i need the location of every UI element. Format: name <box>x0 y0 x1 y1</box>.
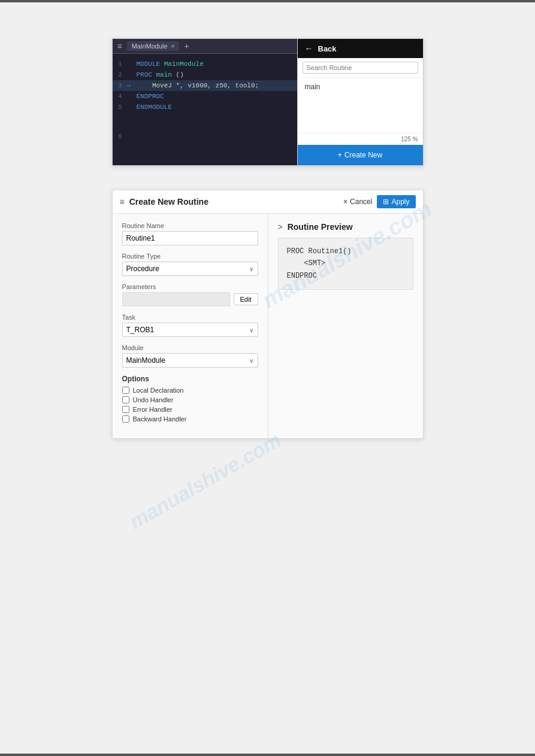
editor-tab-mainmodule[interactable]: MainModule × <box>127 41 180 51</box>
checkbox-local-decl[interactable]: Local Declaration <box>122 387 258 394</box>
task-select-wrapper: T_ROB1 <box>122 323 258 337</box>
routine-name-input[interactable] <box>122 231 258 245</box>
checkbox-backward-handler-label: Backward Handler <box>133 415 187 423</box>
routine-type-label: Routine Type <box>122 253 258 260</box>
preview-title: Routine Preview <box>288 222 353 232</box>
checkbox-undo-handler-label: Undo Handler <box>133 396 174 403</box>
routine-search-area <box>298 58 423 78</box>
code-line-5: 5 → ENDMODULE <box>113 102 297 113</box>
line-number-3: 3 <box>113 83 127 89</box>
apply-label: Apply <box>391 198 409 206</box>
routine-list: main <box>298 78 423 109</box>
code-text-1: MODULE MainModule <box>137 60 204 68</box>
cancel-label: Cancel <box>350 198 372 206</box>
routine-name-group: Routine Name <box>122 222 258 245</box>
module-group: Module MainModule <box>122 344 258 368</box>
watermark-2: manualshive.com <box>125 428 285 533</box>
checkbox-backward-handler[interactable]: Backward Handler <box>122 415 258 423</box>
checkbox-backward-handler-input[interactable] <box>122 415 129 423</box>
code-text-2: PROC main () <box>137 71 184 78</box>
apply-icon: ⊞ <box>383 198 389 206</box>
apply-button[interactable]: ⊞ Apply <box>377 195 415 208</box>
bottom-border <box>0 754 535 756</box>
checkbox-undo-handler[interactable]: Undo Handler <box>122 396 258 403</box>
bottom-panel: ≡ Create New Routine × Cancel ⊞ Apply Ro… <box>112 190 424 439</box>
panel-body: Routine Name Routine Type Procedure Func… <box>113 214 423 438</box>
search-routine-input[interactable] <box>303 62 418 74</box>
parameters-row: Edit <box>122 292 258 306</box>
options-section: Options Local Declaration Undo Handler <box>122 375 258 423</box>
checkbox-local-decl-input[interactable] <box>122 387 129 394</box>
routine-selector-panel: ← Back main 125 % + Create New <box>298 38 424 166</box>
edit-parameters-button[interactable]: Edit <box>234 293 258 305</box>
routine-type-select[interactable]: Procedure Function Trap <box>122 262 258 276</box>
parameters-group: Parameters Edit <box>122 283 258 306</box>
routine-selector-header: ← Back <box>298 39 423 58</box>
code-line-3: 3 → MoveJ *, v1000, z50, tool0; <box>113 80 297 91</box>
module-select[interactable]: MainModule <box>122 353 258 368</box>
checkbox-error-handler-input[interactable] <box>122 406 129 413</box>
editor-tab-close-icon[interactable]: × <box>171 43 175 50</box>
editor-hamburger-icon[interactable]: ≡ <box>117 41 122 51</box>
code-text-3: MoveJ *, v1000, z50, tool0; <box>137 82 259 89</box>
task-select[interactable]: T_ROB1 <box>122 323 258 337</box>
create-new-icon: + <box>338 151 342 159</box>
checkbox-group: Local Declaration Undo Handler Error Han… <box>122 387 258 423</box>
module-select-wrapper: MainModule <box>122 353 258 368</box>
panel-toolbar: ≡ Create New Routine × Cancel ⊞ Apply <box>113 190 423 214</box>
line-number-2: 2 <box>113 72 127 78</box>
checkbox-error-handler-label: Error Handler <box>133 406 173 413</box>
checkbox-local-decl-label: Local Declaration <box>133 387 184 394</box>
create-new-label: Create New <box>344 151 382 159</box>
top-panel: ≡ MainModule × + 1 → MODULE MainModule <box>112 38 424 166</box>
task-group: Task T_ROB1 <box>122 314 258 337</box>
preview-code-box: PROC Routine1() <SMT> ENDPROC <box>278 238 413 290</box>
code-text-5: ENDMODULE <box>137 104 172 111</box>
editor-tab-bar: ≡ MainModule × + <box>113 39 297 54</box>
line-number-6: 6 <box>113 133 127 140</box>
form-section: Routine Name Routine Type Procedure Func… <box>113 214 268 438</box>
zoom-indicator: 125 % <box>298 133 423 145</box>
cancel-button[interactable]: × Cancel <box>343 198 372 206</box>
panel-title: Create New Routine <box>129 197 208 207</box>
routine-name-label: Routine Name <box>122 222 258 229</box>
page-content: manualshive.com manualshive.com ≡ MainMo… <box>0 2 535 475</box>
routine-item-main[interactable]: main <box>305 81 416 92</box>
line-number-1: 1 <box>113 61 127 68</box>
parameters-input[interactable] <box>122 292 230 306</box>
checkbox-undo-handler-input[interactable] <box>122 396 129 403</box>
toolbar-actions: × Cancel ⊞ Apply <box>343 195 415 208</box>
preview-chevron-icon: > <box>278 222 283 232</box>
options-label: Options <box>122 375 258 383</box>
preview-section: > Routine Preview PROC Routine1() <SMT> … <box>268 214 423 438</box>
add-tab-button[interactable]: + <box>182 41 191 51</box>
create-new-button[interactable]: + Create New <box>298 145 423 165</box>
code-line-6: 6 → <box>113 113 297 160</box>
panel-title-area: ≡ Create New Routine <box>120 197 208 207</box>
checkbox-error-handler[interactable]: Error Handler <box>122 406 258 413</box>
back-label[interactable]: Back <box>318 44 337 53</box>
code-line-4: 4 → ENDPROC <box>113 91 297 102</box>
module-label: Module <box>122 344 258 351</box>
code-editor: ≡ MainModule × + 1 → MODULE MainModule <box>112 38 298 166</box>
preview-code: PROC Routine1() <SMT> ENDPROC <box>287 245 404 282</box>
task-label: Task <box>122 314 258 321</box>
line-number-4: 4 <box>113 93 127 100</box>
editor-tab-label: MainModule <box>132 42 168 50</box>
routine-type-select-wrapper: Procedure Function Trap <box>122 262 258 276</box>
panel-hamburger-icon[interactable]: ≡ <box>120 197 125 207</box>
parameters-label: Parameters <box>122 283 258 290</box>
code-line-2: 2 → PROC main () <box>113 69 297 80</box>
back-arrow-icon: ← <box>305 44 313 53</box>
cancel-icon: × <box>343 198 347 206</box>
routine-type-group: Routine Type Procedure Function Trap <box>122 253 258 276</box>
preview-header: > Routine Preview <box>278 222 413 232</box>
code-line-1: 1 → MODULE MainModule <box>113 59 297 69</box>
code-text-4: ENDPROC <box>137 93 164 100</box>
line-number-5: 5 <box>113 104 127 111</box>
code-lines: 1 → MODULE MainModule 2 → PROC main () <box>113 54 297 165</box>
line-arrow-3: → <box>127 82 137 89</box>
